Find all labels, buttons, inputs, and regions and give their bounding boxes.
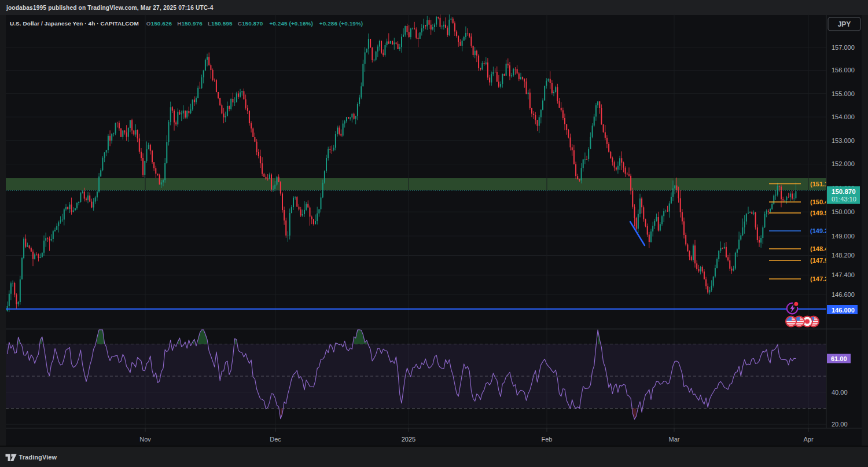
- svg-text:Apr: Apr: [803, 436, 813, 443]
- svg-text:147.400: 147.400: [832, 271, 855, 278]
- svg-text:148.200: 148.200: [832, 252, 855, 259]
- svg-text:150.000: 150.000: [832, 208, 855, 215]
- svg-text:Nov: Nov: [139, 436, 151, 443]
- svg-text:joodabas1995 published on Trad: joodabas1995 published on TradingView.co…: [6, 5, 214, 11]
- svg-text:153.000: 153.000: [832, 137, 855, 144]
- svg-text:61.00: 61.00: [831, 355, 847, 362]
- svg-text:2025: 2025: [402, 436, 415, 443]
- svg-text:154.000: 154.000: [832, 113, 855, 120]
- svg-text:TradingView: TradingView: [19, 454, 57, 461]
- svg-text:146.600: 146.600: [832, 291, 855, 298]
- svg-text:156.000: 156.000: [832, 67, 855, 73]
- svg-text:Dec: Dec: [270, 436, 281, 443]
- svg-text:149.000: 149.000: [832, 233, 855, 240]
- svg-text:U.S. Dollar / Japanese Yen · 4: U.S. Dollar / Japanese Yen · 4h · CAPITA…: [10, 20, 363, 27]
- svg-text:157.000: 157.000: [832, 44, 855, 51]
- svg-text:01:43:10: 01:43:10: [832, 196, 856, 203]
- svg-text:155.000: 155.000: [832, 90, 855, 97]
- svg-text:150.870: 150.870: [832, 188, 856, 195]
- svg-text:20.00: 20.00: [832, 421, 848, 428]
- svg-text:146.000: 146.000: [832, 307, 855, 314]
- svg-text:152.000: 152.000: [832, 160, 855, 167]
- svg-text:Feb: Feb: [542, 436, 553, 443]
- svg-text:40.00: 40.00: [832, 389, 848, 396]
- svg-text:Mar: Mar: [669, 436, 680, 443]
- svg-text:JPY: JPY: [838, 20, 851, 28]
